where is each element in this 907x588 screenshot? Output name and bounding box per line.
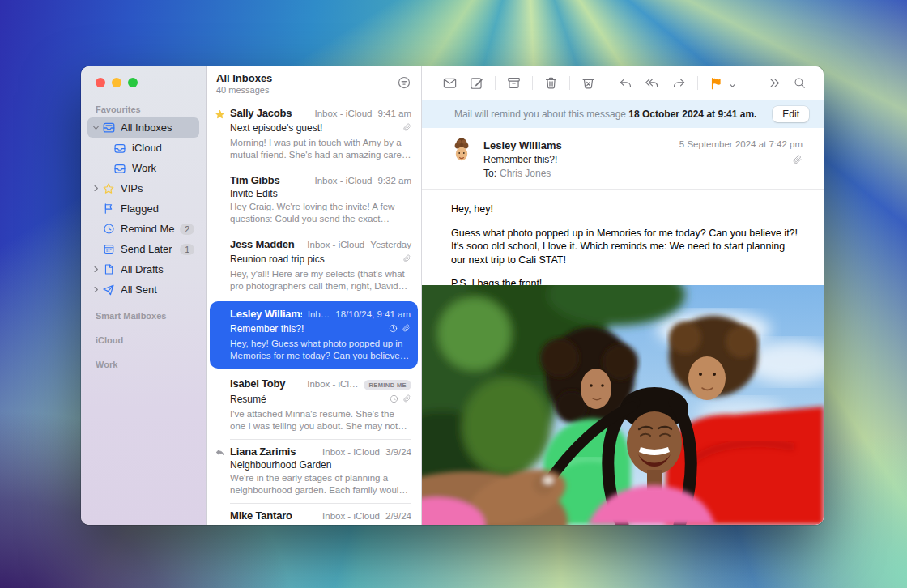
message-mailbox: Inbox - iCloud: [307, 240, 364, 249]
mailbox-title: All Inboxes: [216, 72, 397, 84]
flag-button[interactable]: [703, 73, 729, 94]
calendar-icon: [100, 243, 117, 255]
toolbar-separator: [495, 76, 496, 90]
edit-reminder-button[interactable]: Edit: [773, 106, 809, 122]
sidebar-item-label: All Drafts: [121, 263, 194, 275]
reminder-banner: Mail will remind you about this message …: [422, 100, 824, 128]
sidebar-item-label: iCloud: [132, 142, 194, 154]
chevron-right-icon[interactable]: [91, 185, 100, 192]
sidebar-item-all-drafts[interactable]: All Drafts: [87, 259, 199, 279]
sender-name: Lesley Williams: [483, 139, 679, 151]
unread-badge: 2: [180, 224, 194, 235]
message-subject: Remember this?!: [230, 323, 389, 334]
compose-button[interactable]: [463, 72, 490, 94]
toolbar-separator: [697, 76, 698, 90]
sidebar-item-label: All Sent: [121, 283, 194, 296]
close-window-button[interactable]: [96, 78, 105, 87]
chevron-right-icon[interactable]: [91, 286, 100, 293]
window-controls: [81, 76, 206, 87]
reply-all-button[interactable]: [639, 72, 666, 94]
attachment-paperclip-icon[interactable]: [792, 154, 803, 168]
junk-button[interactable]: [575, 72, 602, 94]
minimize-window-button[interactable]: [112, 78, 121, 87]
message-mailbox: Inbox - iCloud: [322, 447, 380, 457]
message-subject: Reunion road trip pics: [230, 254, 402, 265]
sidebar-item-work[interactable]: Work: [99, 158, 199, 178]
message-sender: Mike Tantaro: [230, 509, 317, 522]
sidebar-section-header: Favourites: [81, 104, 206, 117]
message-mailbox: Inbox - iCloud: [314, 109, 372, 118]
search-button[interactable]: [787, 73, 812, 93]
message-mailbox: Inbox - iCloud: [314, 176, 372, 185]
toolbar: [422, 66, 824, 100]
message-list-header: All Inboxes 40 messages: [207, 66, 421, 100]
chevron-right-icon[interactable]: [91, 266, 100, 273]
message-date: 2/9/24: [385, 511, 411, 521]
message-row[interactable]: Jess MaddenInbox - iCloudYesterdayReunio…: [207, 232, 421, 299]
paperclip-icon: [402, 322, 411, 336]
sidebar-section-header: Smart Mailboxes: [81, 311, 206, 324]
chevron-down-icon[interactable]: [91, 124, 100, 131]
message-sender: Isabel Toby: [230, 377, 301, 390]
more-actions-button[interactable]: [762, 73, 787, 93]
doc-icon: [100, 263, 117, 275]
get-mail-button[interactable]: [436, 72, 463, 94]
sidebar-item-flagged[interactable]: Flagged: [87, 198, 199, 219]
sidebar-item-send-later[interactable]: Send Later1: [87, 239, 199, 259]
flag-icon: [100, 202, 117, 215]
delete-button[interactable]: [538, 72, 564, 94]
sender-avatar: [449, 138, 474, 165]
sidebar-item-label: Flagged: [121, 202, 194, 215]
body-paragraph: Hey, hey!: [451, 202, 799, 216]
star-icon: [100, 182, 117, 195]
message-row[interactable]: Lesley WilliamsInb…18/10/24, 9:41 amReme…: [210, 301, 418, 369]
sidebar-item-label: Send Later: [121, 243, 180, 255]
message-row[interactable]: Liana ZarimisInbox - iCloud3/9/24Neighbo…: [207, 439, 421, 503]
toolbar-separator: [743, 76, 743, 90]
flag-star-icon: [214, 109, 226, 123]
filter-icon[interactable]: [397, 75, 411, 93]
reading-pane: Mail will remind you about this message …: [422, 66, 824, 525]
message-preview: Hey, y'all! Here are my selects (that's …: [230, 268, 411, 292]
message-preview: I've attached Minna's resumé. She's the …: [230, 408, 411, 432]
message-preview: We're in the early stages of planning a …: [230, 472, 411, 496]
message-date: 5 September 2024 at 7:42 pm: [679, 139, 803, 149]
sidebar-item-all-sent[interactable]: All Sent: [87, 279, 199, 300]
body-paragraph: Guess what photo popped up in Memories f…: [451, 227, 799, 267]
inbox-icon: [112, 142, 128, 155]
inbox-icon: [112, 162, 128, 175]
sidebar-item-label: Remind Me: [121, 223, 180, 235]
remind-clock-icon: [390, 392, 398, 407]
remind-clock-icon: [389, 322, 398, 336]
message-row[interactable]: Mike TantaroInbox - iCloud2/9/24Las Vega…: [207, 503, 421, 525]
archive-button[interactable]: [500, 72, 527, 94]
message-row[interactable]: Tim GibbsInbox - iCloud9:32 amInvite Edi…: [207, 168, 421, 232]
message-sender: Sally Jacobs: [230, 107, 309, 119]
sidebar-item-icloud[interactable]: iCloud: [99, 138, 199, 158]
sidebar-item-remind-me[interactable]: Remind Me2: [87, 219, 199, 239]
message-subject: Next episode's guest!: [230, 122, 402, 134]
message-preview: Morning! I was put in touch with Amy by …: [230, 137, 411, 160]
photo-attachment[interactable]: [422, 285, 824, 525]
message-count: 40 messages: [216, 85, 397, 95]
sidebar-section-header: Work: [81, 360, 206, 373]
forward-button[interactable]: [666, 72, 692, 94]
message-header: Lesley Williams Remember this?! To:Chris…: [422, 128, 824, 190]
zoom-window-button[interactable]: [128, 78, 138, 87]
reminder-text: Mail will remind you about this message …: [438, 109, 773, 120]
message-mailbox: Inb…: [308, 309, 330, 319]
message-body: Hey, hey! Guess what photo popped up in …: [422, 190, 824, 301]
paperclip-icon: [402, 121, 411, 135]
flag-chevron-button[interactable]: [729, 74, 738, 92]
sidebar-item-vips[interactable]: VIPs: [87, 178, 199, 198]
sidebar-item-all-inboxes[interactable]: All Inboxes: [87, 117, 199, 138]
toolbar-separator: [532, 76, 533, 90]
reply-button[interactable]: [612, 72, 639, 94]
message-sender: Tim Gibbs: [230, 174, 309, 186]
message-date: 18/10/24, 9:41 am: [335, 309, 411, 319]
message-mailbox: Inbox - iCl…: [307, 379, 358, 389]
message-row[interactable]: Isabel TobyInbox - iCl…REMIND MEResuméI'…: [207, 371, 421, 439]
toolbar-separator: [569, 76, 570, 90]
message-date: 3/9/24: [385, 447, 411, 457]
message-row[interactable]: Sally JacobsInbox - iCloud9:41 amNext ep…: [207, 100, 421, 168]
